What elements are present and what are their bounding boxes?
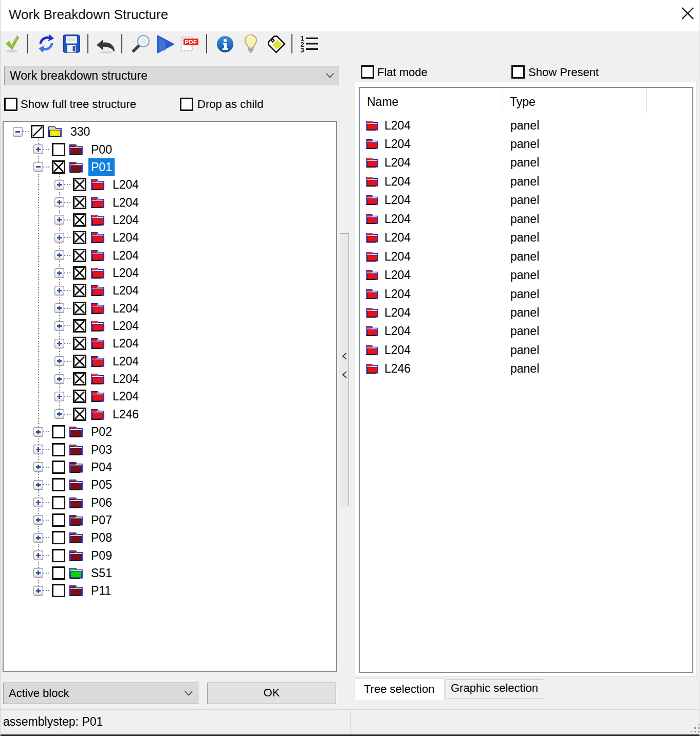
svg-text:3: 3 [300, 46, 304, 53]
svg-text:PDF: PDF [185, 39, 197, 45]
